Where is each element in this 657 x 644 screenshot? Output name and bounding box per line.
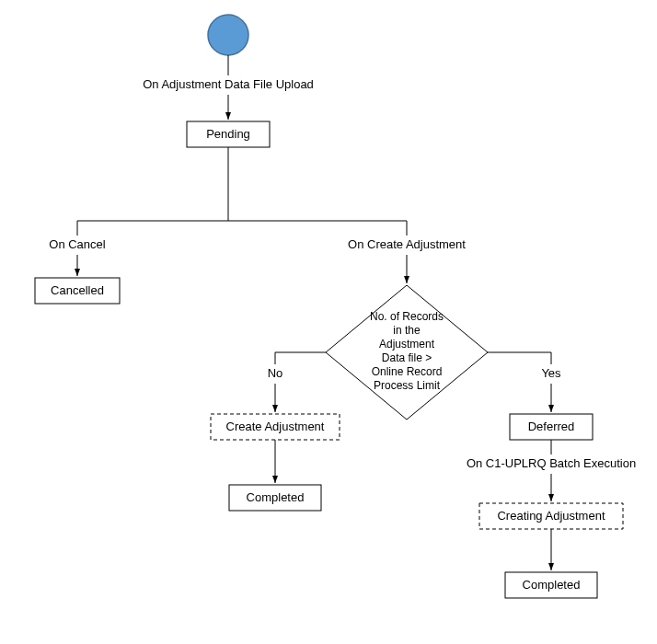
decision-text-1: No. of Records — [370, 310, 444, 323]
state-pending-label: Pending — [206, 127, 250, 141]
state-create-adjustment-label: Create Adjustment — [226, 420, 325, 433]
decision-no-label: No — [268, 366, 283, 380]
branch-create-label: On Create Adjustment — [348, 237, 466, 251]
batch-execution-label: On C1-UPLRQ Batch Execution — [467, 456, 636, 470]
state-completed-right-label: Completed — [523, 578, 581, 592]
state-creating-adjustment-label: Creating Adjustment — [497, 509, 605, 523]
decision-text-6: Process Limit — [374, 379, 441, 392]
state-completed-left-label: Completed — [247, 490, 305, 504]
decision-text-3: Adjustment — [379, 338, 435, 351]
state-cancelled-label: Cancelled — [51, 283, 104, 297]
decision-text-5: Online Record — [372, 365, 443, 378]
decision-text-4: Data file > — [382, 351, 432, 364]
start-node — [208, 15, 248, 55]
decision-yes-label: Yes — [541, 366, 561, 380]
branch-cancel-label: On Cancel — [49, 237, 106, 251]
decision-text-2: in the — [393, 324, 421, 337]
start-label: On Adjustment Data File Upload — [143, 77, 314, 91]
state-deferred-label: Deferred — [528, 420, 575, 433]
